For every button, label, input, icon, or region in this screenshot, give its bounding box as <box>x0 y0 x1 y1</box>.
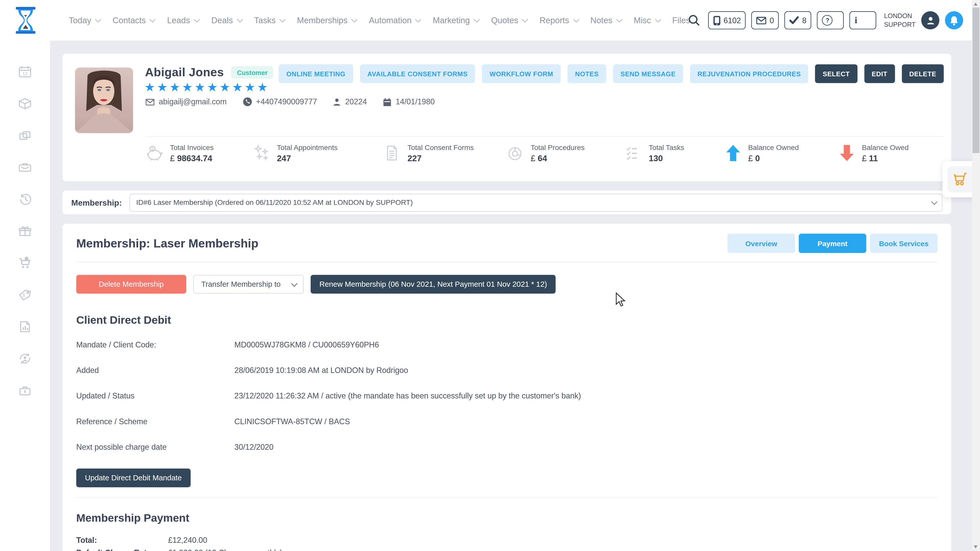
payment-value: £12,240.00 <box>168 536 207 545</box>
calendar-icon[interactable]: 12 <box>18 64 33 79</box>
divider <box>76 262 938 262</box>
dd-label: Reference / Scheme <box>76 417 234 426</box>
currency-symbol: £ <box>748 154 755 163</box>
tasks-counter-button[interactable]: 8 <box>785 11 811 29</box>
update-direct-debit-button[interactable]: Update Direct Debit Mandate <box>76 468 191 487</box>
nav-misc[interactable]: Misc <box>634 16 659 25</box>
chevron-down-icon <box>150 16 156 22</box>
nav-memberships[interactable]: Memberships <box>297 16 356 25</box>
dd-row-reference-scheme: Reference / Scheme CLINICSOFTWA-85TCW / … <box>76 417 938 426</box>
nav-today[interactable]: Today <box>68 16 99 25</box>
gift-icon[interactable] <box>18 224 33 239</box>
notes-button[interactable]: NOTES <box>568 64 606 83</box>
report-document-icon[interactable] <box>18 319 33 334</box>
nav-leads[interactable]: Leads <box>167 16 198 25</box>
customer-photo[interactable] <box>75 67 133 133</box>
app-logo-hourglass-icon[interactable] <box>15 7 36 34</box>
stat-balance-owed: Balance Owed £ 11 <box>839 144 944 163</box>
nav-label: Memberships <box>297 16 348 25</box>
price-tag-icon[interactable]: $ <box>18 287 33 303</box>
vertical-scrollbar[interactable] <box>972 0 980 551</box>
phone-counter-button[interactable]: 6102 <box>708 11 746 29</box>
birth-date-item[interactable]: 14/01/1980 <box>383 97 434 106</box>
nav-contacts[interactable]: Contacts <box>113 16 154 25</box>
rejuvenation-procedures-button[interactable]: REJUVENATION PROCEDURES <box>690 64 808 83</box>
search-icon[interactable] <box>688 14 700 26</box>
client-id-item[interactable]: 20224 <box>333 97 367 106</box>
delete-membership-button[interactable]: Delete Membership <box>76 275 186 294</box>
scroll-up-arrow-icon[interactable] <box>974 3 978 6</box>
arrow-down-icon <box>839 144 855 162</box>
select-button[interactable]: SELECT <box>815 64 857 83</box>
stats-row: $ Total Invoices £ 98634.74 Total Appoin… <box>146 144 944 163</box>
nav-tasks[interactable]: Tasks <box>254 16 284 25</box>
sparkles-icon <box>252 144 270 162</box>
stat-label: Balance Owned <box>748 144 799 151</box>
nav-reports[interactable]: Reports <box>539 16 577 25</box>
customer-status-badge: Customer <box>231 66 273 79</box>
membership-select[interactable]: ID#6 Laser Membership (Ordered on 06/11/… <box>129 193 942 211</box>
workflow-form-button[interactable]: WORKFLOW FORM <box>482 64 561 83</box>
stat-value: 227 <box>407 154 422 163</box>
money-case-icon[interactable] <box>18 160 33 175</box>
notifications-button[interactable] <box>945 11 963 29</box>
nav-marketing[interactable]: Marketing <box>433 16 478 25</box>
history-icon[interactable] <box>18 192 33 207</box>
dd-value: 23/12/2020 11:26:32 AM / active (the man… <box>234 392 581 400</box>
nav-automation[interactable]: Automation <box>369 16 420 25</box>
membership-detail-card: Membership: Laser Membership Overview Pa… <box>62 224 951 551</box>
send-message-button[interactable]: SEND MESSAGE <box>613 64 683 83</box>
rating-stars-icon[interactable]: ★★★★★★★★★★ <box>145 80 270 94</box>
top-navigation-bar: Today Contacts Leads Deals Tasks Members… <box>0 0 972 41</box>
person-sync-icon[interactable] <box>18 351 33 366</box>
tab-overview[interactable]: Overview <box>728 233 795 253</box>
nav-label: Notes <box>590 16 612 25</box>
profile-divider <box>146 136 944 137</box>
stat-value: 98634.74 <box>177 154 212 163</box>
svg-text:$: $ <box>151 146 154 151</box>
stat-label: Total Procedures <box>531 144 584 151</box>
stat-total-consent-forms: Total Consent Forms 227 <box>383 144 506 163</box>
online-meeting-button[interactable]: ONLINE MEETING <box>279 64 353 83</box>
tab-payment[interactable]: Payment <box>799 233 866 253</box>
nav-quotes[interactable]: Quotes <box>491 16 526 25</box>
dd-label: Added <box>76 366 234 375</box>
envelope-icon <box>146 98 154 105</box>
delete-button[interactable]: DELETE <box>902 64 944 83</box>
nav-notes[interactable]: Notes <box>590 16 620 25</box>
shopping-cart-icon <box>953 172 968 186</box>
nav-deals[interactable]: Deals <box>211 16 241 25</box>
nav-label: Reports <box>539 16 569 25</box>
mail-counter-button[interactable]: 0 <box>752 11 779 29</box>
info-button[interactable]: i <box>850 11 877 29</box>
transfer-membership-select[interactable]: Transfer Membership to <box>193 275 304 294</box>
stat-value: 247 <box>277 154 291 163</box>
chevron-down-icon <box>237 16 243 22</box>
chevron-down-icon <box>655 16 661 22</box>
direct-debit-rows: Mandate / Client Code: MD0005WJ78GKM8 / … <box>76 341 938 452</box>
user-avatar[interactable] <box>921 11 939 29</box>
copy-pages-icon[interactable] <box>18 128 33 143</box>
help-button[interactable]: ? <box>817 11 844 29</box>
divider <box>76 497 938 498</box>
stat-value: 0 <box>755 154 760 163</box>
scroll-down-arrow-icon[interactable] <box>974 545 978 548</box>
security-case-icon[interactable] <box>18 383 33 398</box>
edit-button[interactable]: EDIT <box>864 64 895 83</box>
dd-row-updated-status: Updated / Status 23/12/2020 11:26:32 AM … <box>76 392 938 400</box>
payment-rows: Total: £12,240.00 Default Charge Rate: £… <box>76 536 938 551</box>
renew-membership-button[interactable]: Renew Membership (06 Nov 2021, Next Paym… <box>310 275 555 294</box>
dd-label: Mandate / Client Code: <box>76 341 234 349</box>
tab-book-services[interactable]: Book Services <box>870 233 937 253</box>
currency-symbol: £ <box>862 154 869 163</box>
email-item[interactable]: abigailj@gmail.com <box>146 97 227 106</box>
nav-files[interactable]: Files <box>672 16 690 25</box>
cart-gear-icon[interactable] <box>18 256 33 271</box>
bell-icon <box>950 15 959 25</box>
available-consent-forms-button[interactable]: AVAILABLE CONSENT FORMS <box>360 64 475 83</box>
stat-value: 64 <box>538 154 547 163</box>
scrollbar-thumb[interactable] <box>973 7 980 153</box>
dd-row-mandate: Mandate / Client Code: MD0005WJ78GKM8 / … <box>76 341 938 349</box>
package-icon[interactable] <box>18 96 33 111</box>
phone-item[interactable]: +4407490009777 <box>243 97 317 106</box>
